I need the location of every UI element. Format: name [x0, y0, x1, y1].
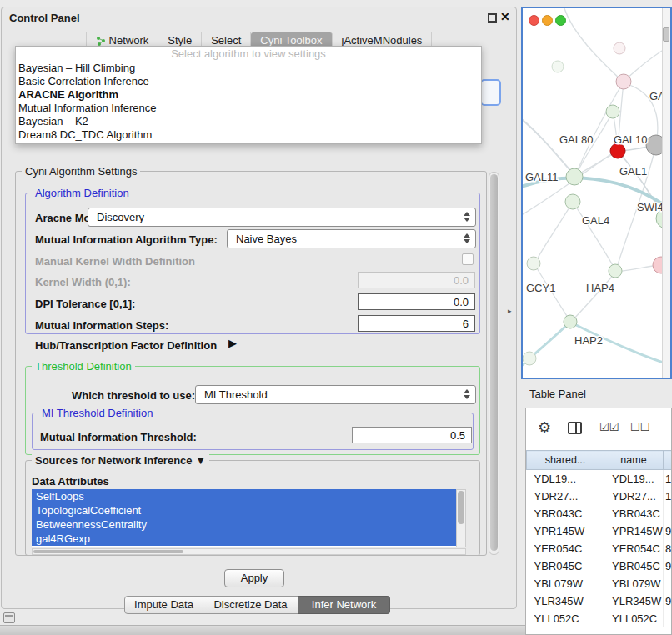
table-row[interactable]: YBR043CYBR043C	[527, 505, 672, 522]
float-window-icon[interactable]	[488, 13, 497, 22]
table-cell[interactable]: YLL052C	[604, 610, 664, 628]
mi-steps-field[interactable]: 6	[358, 315, 475, 332]
column-header-name[interactable]: name	[604, 451, 664, 470]
network-node[interactable]	[566, 168, 583, 185]
expand-arrow-icon[interactable]: ▶	[228, 337, 237, 349]
table-cell[interactable]: YLR345W	[604, 592, 664, 610]
tab-impute-data[interactable]: Impute Data	[124, 596, 203, 614]
table-row[interactable]: YLR345WYLR345W9.	[527, 592, 672, 610]
network-view-window[interactable]: GAL7GAL80GAL10GAL11GAL1SWI4GAL4GCY1HAP4Y…	[521, 7, 672, 379]
table-cell[interactable]: 13	[664, 470, 672, 488]
table-cell[interactable]: YBL079W	[604, 575, 664, 592]
table-cell[interactable]: YDL19...	[604, 470, 664, 488]
attribute-list[interactable]: SelfLoopsTopologicalCoefficientBetweenne…	[32, 489, 456, 548]
network-node[interactable]	[565, 194, 580, 209]
algorithm-option[interactable]: Bayesian – Hill Climbing	[16, 62, 481, 75]
table-cell[interactable]: YBR043C	[604, 505, 664, 522]
table-cell[interactable]: YBR043C	[527, 505, 604, 522]
settings-scrollbar[interactable]	[489, 172, 499, 555]
kernel-width-field[interactable]: 0.0	[358, 272, 475, 288]
scrollbar-thumb[interactable]	[490, 174, 498, 551]
panel-toggle-icon[interactable]	[3, 612, 15, 623]
table-cell[interactable]: YPR145W	[527, 522, 604, 540]
apply-button[interactable]: Apply	[224, 569, 284, 588]
scrollbar-thumb[interactable]	[33, 550, 183, 553]
table-row[interactable]: YPR145WYPR145W9.	[527, 522, 672, 540]
table-cell[interactable]: YLL052C	[527, 610, 604, 628]
network-node-label: HAP2	[574, 334, 603, 347]
close-traffic-light-icon[interactable]	[529, 15, 539, 26]
settings-gear-icon[interactable]: ⚙	[538, 418, 551, 437]
table-row[interactable]: YDR27...YDR27...12	[527, 488, 672, 505]
attribute-list-vscrollbar[interactable]	[456, 489, 466, 548]
algorithm-option[interactable]: ARACNE Algorithm	[16, 88, 481, 102]
algorithm-option[interactable]: Bayesian – K2	[16, 115, 481, 128]
table-row[interactable]: YER054CYER054C8.	[527, 540, 672, 558]
table-cell[interactable]: YDL19...	[527, 470, 604, 488]
network-node[interactable]	[523, 352, 536, 365]
which-threshold-select[interactable]: MI Threshold	[195, 385, 476, 404]
network-node[interactable]	[564, 315, 577, 328]
table-cell[interactable]: YLR345W	[527, 592, 604, 610]
zoom-traffic-light-icon[interactable]	[555, 15, 566, 26]
table-cell[interactable]: YBR045C	[604, 558, 664, 575]
table-cell[interactable]: YBR045C	[527, 558, 604, 575]
table-cell[interactable]: 9.	[664, 592, 672, 610]
minimize-traffic-light-icon[interactable]	[542, 15, 553, 26]
attribute-item[interactable]: BetweennessCentrality	[32, 518, 456, 532]
table-cell[interactable]: YPR145W	[604, 522, 664, 540]
algorithm-option[interactable]: Basic Correlation Inference	[16, 75, 481, 88]
table-cell[interactable]: 8.	[664, 540, 672, 558]
table-cell[interactable]: 9.	[664, 522, 672, 540]
dpi-tolerance-label: DPI Tolerance [0,1]:	[35, 298, 135, 310]
table-row[interactable]: YBR045CYBR045C9.	[527, 558, 672, 575]
column-header-partial[interactable]	[664, 451, 672, 470]
aracne-mode-select[interactable]: Discovery	[88, 208, 476, 227]
scrollbar-thumb[interactable]	[458, 491, 464, 524]
close-icon[interactable]: ✕	[500, 10, 510, 23]
tab-infer-network[interactable]: Infer Network	[298, 596, 390, 614]
table-cell[interactable]: 9.	[664, 558, 672, 575]
column-header-shared-name[interactable]: shared...	[527, 451, 604, 470]
attribute-item[interactable]: SelfLoops	[32, 489, 456, 503]
attribute-list-hscrollbar[interactable]	[32, 548, 466, 555]
collapse-arrow-icon[interactable]: ▼	[195, 454, 206, 467]
checked-boxes-icon[interactable]: ☑☑	[599, 421, 619, 433]
node-table: shared... name YDL19...YDL19...13YDR27..…	[526, 450, 672, 628]
network-node[interactable]	[614, 42, 625, 54]
mi-threshold-field[interactable]: 0.5	[352, 427, 472, 443]
algorithm-option[interactable]: Dream8 DC_TDC Algorithm	[16, 128, 481, 142]
table-cell[interactable]	[664, 575, 672, 592]
table-cell[interactable]: YDR27...	[527, 488, 604, 505]
network-node[interactable]	[527, 257, 540, 270]
chevron-updown-icon	[463, 212, 471, 222]
refresh-button[interactable]	[480, 79, 501, 106]
table-cell[interactable]	[664, 505, 672, 522]
table-cell[interactable]	[664, 610, 672, 628]
network-graph[interactable]: GAL7GAL80GAL10GAL11GAL1SWI4GAL4GCY1HAP4Y…	[523, 8, 670, 378]
table-row[interactable]: YBL079WYBL079W	[527, 575, 672, 592]
network-node[interactable]	[606, 105, 619, 118]
table-row[interactable]: YDL19...YDL19...13	[527, 470, 672, 488]
network-vscrollbar[interactable]	[662, 8, 670, 378]
table-row[interactable]: YLL052CYLL052C	[527, 610, 672, 628]
table-cell[interactable]: 12	[664, 488, 672, 505]
tab-discretize-data[interactable]: Discretize Data	[203, 596, 298, 614]
manual-kernel-checkbox[interactable]	[462, 253, 474, 265]
attribute-item[interactable]: gal4RGexp	[32, 532, 456, 546]
network-node[interactable]	[616, 74, 631, 89]
column-selector-icon[interactable]	[568, 422, 582, 434]
table-cell[interactable]: YDR27...	[604, 488, 664, 505]
network-node[interactable]	[552, 61, 564, 72]
splitter-arrow-icon[interactable]: ▸	[508, 307, 512, 315]
network-node[interactable]	[609, 264, 622, 278]
dpi-tolerance-field[interactable]: 0.0	[358, 293, 475, 310]
algorithm-option[interactable]: Mutual Information Inference	[16, 102, 481, 115]
attribute-item[interactable]: TopologicalCoefficient	[32, 503, 456, 518]
table-cell[interactable]: YBL079W	[527, 575, 604, 592]
mi-type-select[interactable]: Naive Bayes	[227, 229, 476, 248]
scrollbar-thumb[interactable]	[663, 27, 669, 42]
table-cell[interactable]: YER054C	[527, 540, 604, 558]
table-cell[interactable]: YER054C	[604, 540, 664, 558]
unchecked-boxes-icon[interactable]: ☐☐	[630, 421, 649, 433]
